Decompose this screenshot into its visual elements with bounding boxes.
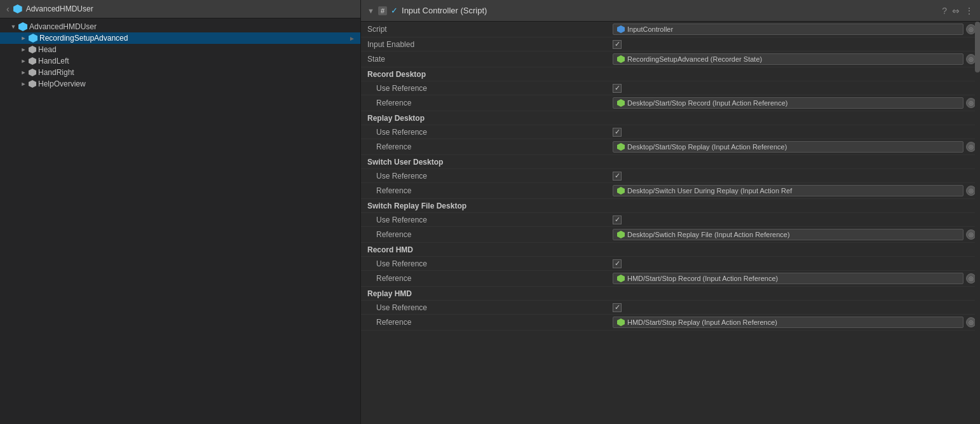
label-switch-user-desktop-ref: Reference [361,184,609,197]
row-switch-replay-file-desktop-use-ref: Use Reference ✓ [361,213,980,227]
label-replay-hmd-use-ref: Use Reference [361,301,609,314]
checkbox-record-hmd-use-ref[interactable]: ✓ [613,259,622,268]
label-input-enabled: Input Enabled [361,38,609,51]
tree-cube-icon [29,69,36,76]
row-replay-desktop-use-ref: Use Reference ✓ [361,125,980,139]
ref-icon [617,231,625,238]
field-inputcontroller[interactable]: InputController [613,24,963,35]
value-switch-user-desktop-use-ref: ✓ [609,170,980,182]
tree-item-advancedhmduser[interactable]: AdvancedHMDUser [0,21,360,32]
row-replay-hmd-use-ref: Use Reference ✓ [361,301,980,315]
label-switch-replay-file-desktop: Switch Replay File Desktop [361,200,609,212]
root-cube-icon [13,4,22,13]
tree-item-label: HelpOverview [38,79,86,88]
value-replay-hmd-empty [609,292,980,296]
checkbox-replay-desktop-use-ref[interactable]: ✓ [613,128,622,137]
row-record-hmd-use-ref: Use Reference ✓ [361,257,980,271]
label-record-desktop-use-ref: Use Reference [361,82,609,95]
value-record-hmd-empty [609,248,980,252]
tree-item-helpoverview[interactable]: HelpOverview [0,78,360,90]
field-text-record-hmd-ref: HMD/Start/Stop Record (Input Action Refe… [627,275,778,282]
ref-icon [617,318,625,326]
row-record-desktop-ref: Reference Desktop/Start/Stop Record (Inp… [361,95,980,111]
field-text-switch-replay-file-desktop-ref: Desktop/Swtich Replay File (Input Action… [627,231,790,238]
value-replay-desktop-use-ref: ✓ [609,126,980,139]
value-state: RecordingSetupAdvanced (Recorder State) … [609,51,980,67]
tree-item-handright[interactable]: HandRight [0,67,360,78]
left-header-title: AdvancedHMDUser [26,4,93,13]
row-switch-user-desktop-header: Switch User Desktop [361,155,980,169]
value-input-enabled: ✓ [609,38,980,51]
back-arrow-icon[interactable]: ‹ [6,4,10,14]
field-text-state: RecordingSetupAdvanced (Recorder State) [627,55,762,63]
value-record-desktop-use-ref: ✓ [609,82,980,95]
tree-cube-icon [18,22,27,31]
field-switch-user-desktop-ref[interactable]: Desktop/Switch User During Replay (Input… [613,185,963,196]
row-switch-replay-file-desktop-header: Switch Replay File Desktop [361,199,980,213]
layout-icon[interactable]: ⇔ [952,6,960,16]
tree-item-recordingsetupadvanced[interactable]: RecordingSetupAdvanced ► [0,32,360,44]
tree-cube-icon [29,34,37,43]
label-switch-replay-file-desktop-use-ref: Use Reference [361,214,609,226]
value-record-desktop-ref: Desktop/Start/Stop Record (Input Action … [609,95,980,111]
tree-arrow-icon [20,58,27,64]
label-switch-user-desktop-use-ref: Use Reference [361,170,609,182]
label-switch-replay-file-desktop-ref: Reference [361,228,609,241]
checkbox-switch-replay-file-desktop-use-ref[interactable]: ✓ [613,215,622,224]
more-icon[interactable]: ⋮ [965,6,974,16]
label-state: State [361,53,609,65]
label-script: Script [361,23,609,36]
field-text-switch-user-desktop-ref: Desktop/Switch User During Replay (Input… [627,187,792,195]
value-replay-desktop-empty [609,116,980,120]
label-record-hmd: Record HMD [361,243,609,256]
tree-cube-icon [29,57,36,65]
tree-item-label: HandLeft [38,57,69,65]
tree-item-label: Head [38,45,57,54]
field-switch-replay-file-desktop-ref[interactable]: Desktop/Swtich Replay File (Input Action… [613,229,963,240]
right-panel: ▼ # ✓ Input Controller (Script) ? ⇔ ⋮ Sc… [361,0,980,424]
tree-item-handleft[interactable]: HandLeft [0,55,360,67]
checkbox-switch-user-desktop-use-ref[interactable]: ✓ [613,172,622,181]
checkbox-input-enabled[interactable]: ✓ [613,40,622,49]
field-record-hmd-ref[interactable]: HMD/Start/Stop Record (Input Action Refe… [613,273,963,284]
value-record-hmd-ref: HMD/Start/Stop Record (Input Action Refe… [609,271,980,286]
value-record-hmd-use-ref: ✓ [609,257,980,270]
label-record-desktop-ref: Reference [361,97,609,109]
field-record-desktop-ref[interactable]: Desktop/Start/Stop Record (Input Action … [613,97,963,109]
row-record-desktop-use-ref: Use Reference ✓ [361,81,980,95]
tree-item-head[interactable]: Head [0,44,360,55]
scrollbar-thumb[interactable] [975,22,980,72]
field-state[interactable]: RecordingSetupAdvanced (Recorder State) [613,53,963,65]
component-title: Input Controller (Script) [402,6,487,15]
tree-item-label: AdvancedHMDUser [29,22,97,31]
checkbox-replay-hmd-use-ref[interactable]: ✓ [613,303,622,312]
label-record-hmd-use-ref: Use Reference [361,257,609,270]
row-replay-desktop-ref: Reference Desktop/Start/Stop Replay (Inp… [361,139,980,155]
row-replay-desktop-header: Replay Desktop [361,111,980,125]
value-replay-desktop-ref: Desktop/Start/Stop Replay (Input Action … [609,139,980,154]
tree-arrow-icon [20,69,27,76]
ref-icon [617,143,625,151]
ref-icon [617,187,625,195]
value-script: InputController ◎ [609,22,980,37]
value-switch-replay-file-desktop-ref: Desktop/Swtich Replay File (Input Action… [609,227,980,242]
value-switch-replay-file-desktop-use-ref: ✓ [609,214,980,226]
help-icon[interactable]: ? [942,6,947,16]
ref-icon [617,99,625,107]
label-replay-desktop: Replay Desktop [361,112,609,125]
label-replay-hmd-ref: Reference [361,316,609,329]
field-text-replay-desktop-ref: Desktop/Start/Stop Replay (Input Action … [627,143,787,151]
enabled-checkmark[interactable]: ✓ [391,6,398,15]
label-record-hmd-ref: Reference [361,272,609,285]
field-replay-hmd-ref[interactable]: HMD/Start/Stop Replay (Input Action Refe… [613,317,963,328]
label-record-desktop: Record Desktop [361,68,609,81]
tree-end-arrow-icon: ► [349,35,360,42]
collapse-button[interactable]: ▼ [367,7,374,15]
row-record-desktop-header: Record Desktop [361,67,980,81]
row-state: State RecordingSetupAdvanced (Recorder S… [361,51,980,67]
ref-icon [617,275,625,282]
row-switch-replay-file-desktop-ref: Reference Desktop/Swtich Replay File (In… [361,227,980,243]
checkbox-record-desktop-use-ref[interactable]: ✓ [613,84,622,93]
script-icon [617,25,625,33]
field-replay-desktop-ref[interactable]: Desktop/Start/Stop Replay (Input Action … [613,141,963,153]
